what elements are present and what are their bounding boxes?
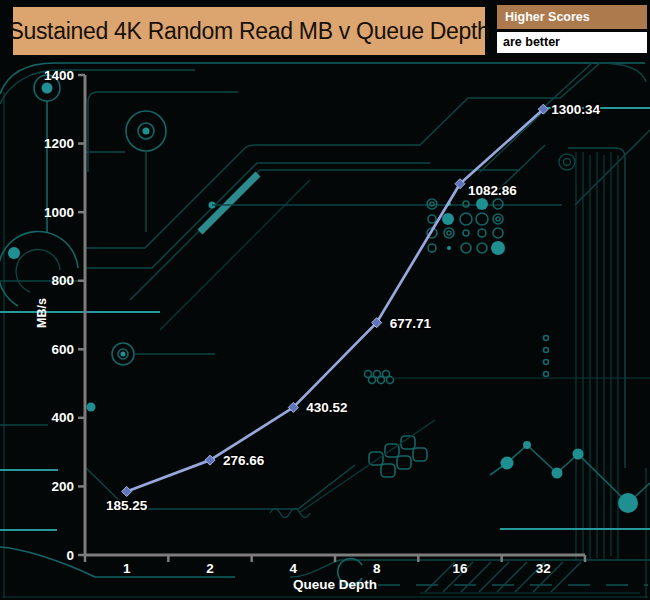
data-point-label: 276.66 <box>223 453 265 468</box>
x-tick-label: 32 <box>536 561 551 576</box>
y-tick-label: 600 <box>51 342 74 357</box>
chart-title-text: Sustained 4K Random Read MB v Queue Dept… <box>8 18 489 45</box>
benchmark-screenshot: 020040060080010001200140012481632MB/sQue… <box>0 0 650 600</box>
y-tick-label: 400 <box>51 410 74 425</box>
x-tick-label: 16 <box>452 561 468 576</box>
are-better-note: are better <box>497 32 647 53</box>
y-tick-label: 200 <box>51 479 74 494</box>
data-point-label: 677.71 <box>390 316 432 331</box>
y-tick-label: 1200 <box>44 136 74 151</box>
data-point-label: 1300.34 <box>551 102 600 117</box>
y-tick-label: 0 <box>66 548 74 563</box>
y-tick-label: 1000 <box>44 205 74 220</box>
y-tick-label: 1400 <box>44 68 74 83</box>
data-point-label: 430.52 <box>306 400 347 415</box>
higher-scores-badge: Higher Scores <box>497 5 647 29</box>
x-axis-title: Queue Depth <box>293 577 377 592</box>
data-point-label: 185.25 <box>106 498 148 513</box>
y-tick-label: 800 <box>51 273 74 288</box>
data-point-label: 1082.86 <box>468 183 517 198</box>
data-line <box>127 109 544 491</box>
x-tick-label: 1 <box>123 561 131 576</box>
line-chart: 020040060080010001200140012481632MB/sQue… <box>0 0 650 600</box>
x-tick-label: 8 <box>373 561 381 576</box>
y-axis-title: MB/s <box>35 298 49 328</box>
data-point-marker <box>122 486 132 496</box>
x-tick-label: 4 <box>290 561 298 576</box>
x-tick-label: 2 <box>206 561 214 576</box>
chart-title: Sustained 4K Random Read MB v Queue Dept… <box>13 7 485 55</box>
